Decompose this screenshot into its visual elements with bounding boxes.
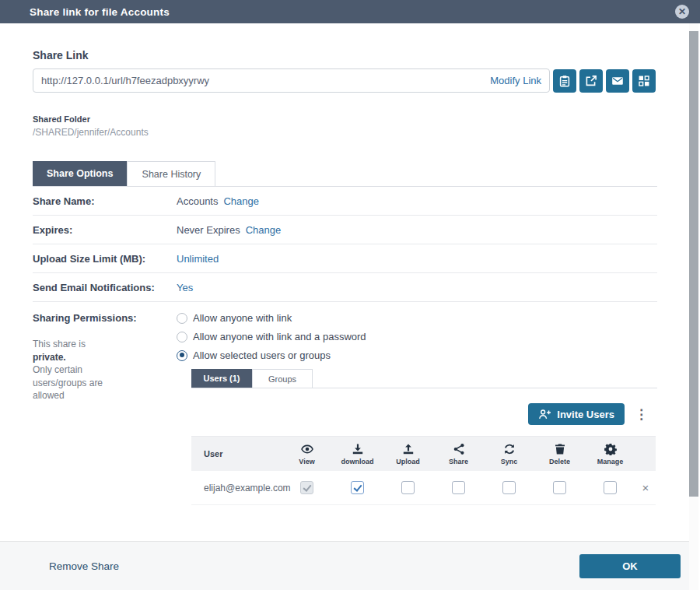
option-value-link[interactable]: Unlimited	[177, 253, 219, 265]
permission-radio-group: Allow anyone with linkAllow anyone with …	[177, 312, 657, 361]
scrollbar-thumb[interactable]	[689, 31, 698, 497]
option-row: Share Name:AccountsChange	[33, 187, 657, 216]
change-link[interactable]: Change	[223, 195, 259, 207]
clipboard-icon	[558, 75, 571, 87]
column-label: Sync	[501, 458, 518, 465]
users-groups-tabs: Users (1)Groups	[191, 369, 657, 388]
embed-link-button[interactable]	[632, 69, 656, 93]
share-options-list: Share Name:AccountsChangeExpires:Never E…	[33, 187, 657, 302]
radio-label: Allow selected users or groups	[193, 349, 331, 361]
dialog-title: Share link for file Accounts	[30, 6, 170, 18]
user-permissions-table: UserViewdownloadUploadShareSyncDeleteMan…	[191, 436, 656, 505]
share-link-row: Modify Link	[33, 68, 657, 93]
share-tabs: Share OptionsShare History	[33, 161, 657, 187]
note-line: This share is	[33, 338, 157, 351]
column-header-share: Share	[433, 443, 484, 465]
checkbox-share[interactable]	[452, 481, 465, 494]
radio-label: Allow anyone with link and a password	[193, 331, 366, 342]
dialog-footer: Remove Share OK	[0, 541, 689, 590]
vertical-scrollbar[interactable]	[689, 23, 698, 590]
option-value-link[interactable]: Yes	[177, 282, 193, 293]
close-icon[interactable]: ✕	[675, 5, 689, 19]
option-label: Share Name:	[33, 195, 177, 207]
share-url-input[interactable]	[41, 75, 490, 86]
invite-users-button[interactable]: Invite Users	[528, 403, 625, 425]
shared-folder-label: Shared Folder	[33, 114, 657, 124]
permissions-controls: Allow anyone with linkAllow anyone with …	[177, 312, 657, 505]
external-link-icon	[585, 75, 597, 87]
person-plus-icon	[538, 409, 551, 420]
checkbox-upload[interactable]	[401, 481, 415, 494]
download-icon	[352, 443, 364, 455]
checkbox-download[interactable]	[351, 481, 364, 494]
user-email: elijah@example.com	[191, 483, 282, 493]
note-line: Only certain	[33, 363, 157, 377]
sync-icon	[503, 443, 516, 455]
column-header-download: download	[332, 443, 383, 465]
radio-allow-anyone-with-link[interactable]: Allow anyone with link	[177, 312, 657, 324]
checkbox-view	[300, 481, 313, 494]
table-header-row: UserViewdownloadUploadShareSyncDeleteMan…	[191, 437, 656, 471]
copy-link-button[interactable]	[553, 69, 576, 93]
shared-folder-path: /SHARED/jennifer/Accounts	[33, 127, 657, 138]
eye-icon	[301, 443, 313, 455]
tab-share-history[interactable]: Share History	[127, 161, 215, 186]
radio-button-icon[interactable]	[177, 313, 187, 324]
dialog-body: Share Link Modify Link Shared Folder /SH…	[0, 23, 689, 541]
option-row: Send Email Notifications:Yes	[33, 273, 657, 302]
radio-button-icon[interactable]	[177, 350, 187, 361]
invite-row: Invite Users ⋮	[177, 403, 648, 425]
option-value: Never Expires	[177, 224, 240, 236]
private-share-note: This share isprivate.Only certainusers/g…	[33, 338, 157, 402]
grid-icon	[638, 75, 650, 87]
radio-button-icon[interactable]	[177, 332, 187, 342]
gear-icon	[604, 443, 617, 455]
radio-allow-selected-users-or-groups[interactable]: Allow selected users or groups	[177, 349, 657, 361]
column-header-manage: Manage	[585, 443, 635, 465]
sharing-permissions-block: Sharing Permissions: This share isprivat…	[33, 302, 657, 505]
note-line: allowed	[33, 389, 157, 402]
column-header-view: View	[282, 443, 332, 465]
option-label: Expires:	[33, 224, 177, 236]
vertical-ellipsis-icon[interactable]: ⋮	[635, 408, 648, 421]
upload-icon	[402, 443, 415, 455]
shared-folder-block: Shared Folder /SHARED/jennifer/Accounts	[33, 114, 657, 138]
column-label: Share	[449, 458, 468, 465]
invite-users-label: Invite Users	[557, 409, 614, 420]
tab-users-1-[interactable]: Users (1)	[191, 369, 252, 388]
open-link-button[interactable]	[579, 69, 603, 93]
column-label: View	[299, 458, 314, 465]
column-label: download	[341, 458, 374, 465]
checkbox-manage[interactable]	[604, 481, 617, 494]
option-row: Expires:Never ExpiresChange	[33, 216, 657, 244]
dialog-header: Share link for file Accounts ✕	[0, 0, 700, 23]
share-link-heading: Share Link	[33, 49, 657, 61]
column-header-user: User	[191, 449, 282, 458]
table-row: elijah@example.com×	[191, 471, 656, 505]
note-line: users/groups are	[33, 377, 157, 390]
change-link[interactable]: Change	[246, 224, 282, 236]
modify-link[interactable]: Modify Link	[490, 75, 541, 86]
radio-label: Allow anyone with link	[193, 312, 292, 324]
checkbox-sync[interactable]	[502, 481, 516, 494]
column-label: Manage	[597, 458, 624, 465]
ok-button[interactable]: OK	[579, 554, 681, 578]
column-header-upload: Upload	[383, 443, 433, 465]
option-label: Send Email Notifications:	[33, 282, 177, 293]
tab-groups[interactable]: Groups	[252, 369, 313, 388]
column-label: Delete	[549, 458, 570, 465]
option-value: Accounts	[177, 195, 218, 207]
option-label: Upload Size Limit (MB):	[33, 253, 177, 265]
remove-share-link[interactable]: Remove Share	[49, 560, 119, 572]
share-dialog: Share link for file Accounts ✕ Share Lin…	[0, 0, 700, 590]
remove-user-icon[interactable]: ×	[635, 481, 656, 494]
email-link-button[interactable]	[606, 69, 629, 93]
checkbox-delete[interactable]	[553, 481, 566, 494]
column-header-delete: Delete	[534, 443, 585, 465]
tab-share-options[interactable]: Share Options	[33, 161, 127, 186]
link-action-buttons	[550, 69, 656, 93]
share-icon	[453, 443, 465, 455]
trash-icon	[554, 443, 566, 455]
radio-allow-anyone-with-link-and-a-password[interactable]: Allow anyone with link and a password	[177, 331, 657, 342]
column-label: Upload	[396, 458, 420, 465]
